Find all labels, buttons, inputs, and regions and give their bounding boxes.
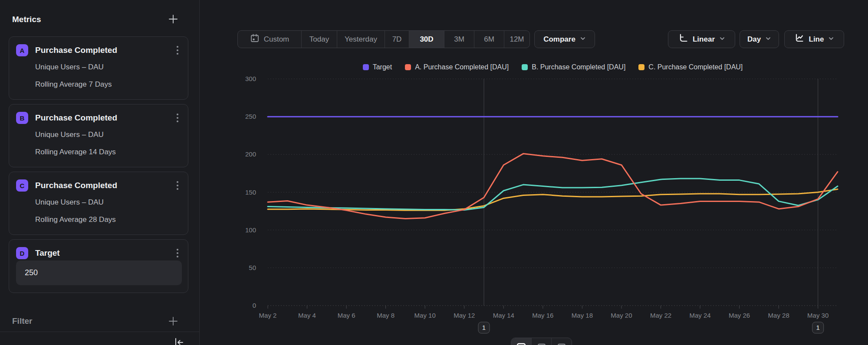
target-menu-icon[interactable] xyxy=(173,248,182,258)
range-12m[interactable]: 12M xyxy=(504,31,529,48)
metric-rolling-average: Rolling Average 7 Days xyxy=(35,80,112,89)
scale-label: Linear xyxy=(693,35,715,44)
metric-letter-badge: C xyxy=(16,179,28,192)
metric-rolling-average: Rolling Average 28 Days xyxy=(35,215,116,224)
metric-rolling-average: Rolling Average 14 Days xyxy=(35,148,116,156)
svg-text:May 4: May 4 xyxy=(298,312,316,319)
svg-text:May 2: May 2 xyxy=(259,312,277,319)
metric-letter-badge: D xyxy=(16,247,28,259)
svg-text:300: 300 xyxy=(245,75,256,82)
calendar-icon xyxy=(250,33,260,45)
annotation-marker[interactable]: 1 xyxy=(812,322,824,333)
metric-title: Purchase Completed xyxy=(35,46,173,55)
metric-title: Purchase Completed xyxy=(35,113,173,123)
metric-measurement: Unique Users – DAU xyxy=(35,198,104,207)
metric-card-a[interactable]: A Purchase Completed Unique Users – DAU … xyxy=(9,36,188,100)
metric-measurement: Unique Users – DAU xyxy=(35,130,104,139)
series-line-a xyxy=(268,154,838,219)
compare-label: Compare xyxy=(543,35,575,44)
collapse-sidebar-icon[interactable] xyxy=(173,336,185,345)
svg-text:May 20: May 20 xyxy=(611,312,632,319)
metrics-dashboard: { "sidebar": { "title": "Metrics", "metr… xyxy=(0,0,868,345)
svg-text:1: 1 xyxy=(482,324,486,331)
target-title: Target xyxy=(35,248,173,258)
range-today[interactable]: Today xyxy=(301,31,337,48)
granularity-selector-button[interactable]: Day xyxy=(740,30,779,48)
scale-selector-button[interactable]: Linear xyxy=(668,30,735,48)
metric-title: Purchase Completed xyxy=(35,181,173,190)
metric-menu-icon[interactable] xyxy=(173,180,182,191)
svg-text:May 8: May 8 xyxy=(377,312,395,319)
svg-text:May 26: May 26 xyxy=(729,312,750,319)
range-3m[interactable]: 3M xyxy=(444,31,474,48)
chevron-down-icon xyxy=(719,35,725,44)
compare-button[interactable]: Compare xyxy=(534,30,595,48)
target-value-input[interactable] xyxy=(16,260,182,285)
chevron-down-icon xyxy=(828,35,834,44)
view-bar-chart-icon[interactable] xyxy=(531,338,552,345)
metric-card-c[interactable]: C Purchase Completed Unique Users – DAU … xyxy=(9,172,188,235)
chevron-down-icon xyxy=(765,35,771,44)
range-yesterday[interactable]: Yesterday xyxy=(337,31,385,48)
metrics-sidebar: Metrics A Purchase Completed Unique User… xyxy=(0,0,200,345)
svg-text:May 18: May 18 xyxy=(572,312,593,319)
svg-text:150: 150 xyxy=(245,189,256,196)
view-line-chart-icon[interactable] xyxy=(511,338,531,345)
svg-text:May 14: May 14 xyxy=(493,312,514,319)
date-range-control: Custom Today Yesterday 7D 30D 3M 6M 12M xyxy=(237,30,530,48)
granularity-label: Day xyxy=(747,35,761,44)
svg-text:250: 250 xyxy=(245,113,256,120)
metric-letter-badge: B xyxy=(16,112,28,124)
metric-menu-icon[interactable] xyxy=(173,113,182,123)
metric-letter-badge: A xyxy=(16,44,28,56)
range-7d[interactable]: 7D xyxy=(385,31,409,48)
svg-text:May 22: May 22 xyxy=(650,312,671,319)
range-label: Custom xyxy=(264,35,289,44)
svg-text:50: 50 xyxy=(249,264,256,271)
chart-type-label: Line xyxy=(809,35,824,44)
line-chart-icon xyxy=(794,33,805,46)
metric-measurement: Unique Users – DAU xyxy=(35,63,104,72)
sidebar-title: Metrics xyxy=(12,15,41,24)
annotation-marker[interactable]: 1 xyxy=(478,322,490,333)
metric-card-b[interactable]: B Purchase Completed Unique Users – DAU … xyxy=(9,104,188,167)
range-30d-selected[interactable]: 30D xyxy=(409,31,444,48)
target-card[interactable]: D Target xyxy=(9,239,188,293)
metric-menu-icon[interactable] xyxy=(173,45,182,55)
range-6m[interactable]: 6M xyxy=(474,31,504,48)
linear-scale-icon xyxy=(678,33,688,46)
svg-text:May 28: May 28 xyxy=(768,312,789,319)
svg-text:May 30: May 30 xyxy=(807,312,829,319)
range-custom[interactable]: Custom xyxy=(238,31,301,48)
svg-text:100: 100 xyxy=(245,226,256,234)
svg-text:May 6: May 6 xyxy=(338,312,355,319)
svg-text:May 24: May 24 xyxy=(689,312,710,319)
sidebar-divider xyxy=(0,332,199,332)
svg-text:1: 1 xyxy=(816,324,820,331)
filter-section-title: Filter xyxy=(12,316,32,326)
svg-text:0: 0 xyxy=(253,302,256,309)
chart-type-selector-button[interactable]: Line xyxy=(784,30,844,48)
add-filter-icon[interactable] xyxy=(168,316,179,327)
add-metric-icon[interactable] xyxy=(168,13,179,25)
svg-text:May 12: May 12 xyxy=(454,312,475,319)
chevron-down-icon xyxy=(580,35,586,44)
metrics-line-chart[interactable]: 050100150200250300May 2May 4May 6May 8Ma… xyxy=(200,69,868,345)
view-table-icon[interactable] xyxy=(551,338,572,345)
svg-text:200: 200 xyxy=(245,150,256,158)
svg-text:May 10: May 10 xyxy=(414,312,436,319)
svg-text:May 16: May 16 xyxy=(532,312,553,319)
view-switcher xyxy=(511,338,572,345)
